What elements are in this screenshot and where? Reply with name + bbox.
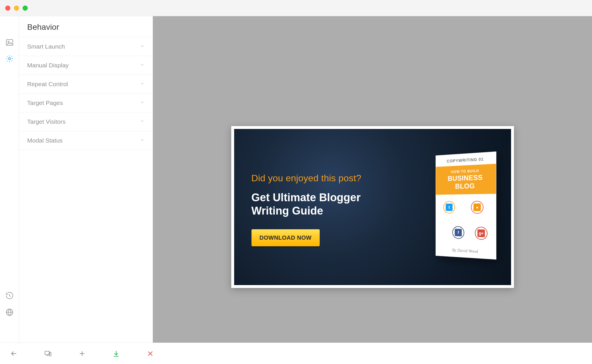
window-zoom-button[interactable]	[23, 5, 28, 11]
book-image: COPYWRITING 01 HOW TO BUILD BUSINESS BLO…	[427, 148, 497, 266]
accordion-repeat-control[interactable]: Repeat Control	[19, 75, 153, 94]
popup-headline-line2: Writing Guide	[251, 205, 323, 217]
settings-panel: Behavior Smart Launch Manual Display Rep…	[19, 16, 153, 343]
facebook-icon: f	[452, 226, 464, 239]
accordion-smart-launch[interactable]: Smart Launch	[19, 37, 153, 56]
window-close-button[interactable]	[5, 5, 10, 11]
svg-point-1	[8, 41, 9, 43]
accordion-target-pages[interactable]: Target Pages	[19, 94, 153, 112]
window-minimize-button[interactable]	[14, 5, 19, 11]
svg-point-2	[8, 58, 11, 60]
close-button[interactable]	[145, 348, 156, 359]
window-titlebar	[0, 0, 592, 16]
googleplus-icon: g+	[475, 226, 487, 240]
traffic-lights	[5, 5, 28, 11]
popup-preview-frame[interactable]: Did you enjoyed this post? Get Ultimate …	[231, 126, 514, 288]
accordion-label: Target Visitors	[27, 118, 66, 125]
cta-button[interactable]: DOWNLOAD NOW	[251, 229, 320, 246]
accordion-label: Repeat Control	[27, 81, 68, 88]
chevron-down-icon	[140, 44, 145, 49]
accordion-label: Manual Display	[27, 62, 69, 69]
popup-inner: Did you enjoyed this post? Get Ultimate …	[234, 129, 511, 285]
editor-canvas[interactable]: Did you enjoyed this post? Get Ultimate …	[153, 16, 592, 343]
accordion-label: Modal Status	[27, 137, 63, 144]
popup-lead-text: Did you enjoyed this post?	[251, 173, 424, 184]
history-icon[interactable]	[5, 291, 14, 300]
panel-header: Behavior	[19, 16, 153, 37]
chevron-down-icon	[140, 62, 145, 68]
chevron-down-icon	[140, 81, 145, 87]
popup-headline: Get Ultimate Blogger Writing Guide	[251, 191, 424, 217]
svg-rect-5	[49, 352, 51, 356]
globe-icon[interactable]	[5, 308, 14, 317]
accordion-modal-status[interactable]: Modal Status	[19, 131, 153, 150]
accordion-label: Smart Launch	[27, 43, 65, 50]
book-band-line3: BLOG	[438, 181, 493, 191]
accordion-target-visitors[interactable]: Target Visitors	[19, 112, 153, 131]
panel-title: Behavior	[27, 23, 145, 32]
accordion-label: Target Pages	[27, 99, 63, 106]
gear-icon[interactable]	[5, 54, 14, 63]
image-icon[interactable]	[5, 38, 14, 47]
book-title-band: HOW TO BUILD BUSINESS BLOG	[436, 164, 496, 195]
twitter-icon: t	[443, 201, 455, 213]
chevron-down-icon	[140, 119, 145, 125]
chevron-down-icon	[140, 138, 145, 143]
save-button[interactable]	[111, 348, 121, 359]
accordion-manual-display[interactable]: Manual Display	[19, 56, 153, 75]
devices-button[interactable]	[43, 348, 53, 359]
add-button[interactable]	[77, 348, 87, 359]
icon-rail	[0, 16, 19, 343]
back-button[interactable]	[9, 348, 19, 359]
rss-icon: ●	[471, 201, 483, 214]
chevron-down-icon	[140, 100, 145, 106]
popup-headline-line1: Get Ultimate Blogger	[251, 191, 361, 204]
bottom-toolbar	[0, 343, 592, 364]
